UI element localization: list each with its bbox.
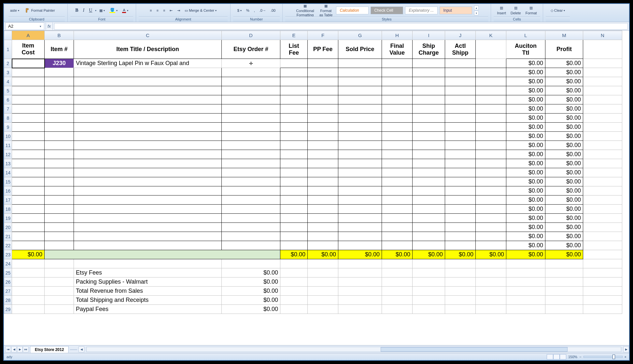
cell[interactable] <box>308 195 338 205</box>
cell[interactable] <box>222 86 280 95</box>
cell[interactable] <box>308 259 338 268</box>
cell[interactable] <box>445 241 476 250</box>
hscroll-right[interactable]: ▶ <box>623 346 629 352</box>
cell[interactable]: $0.00 <box>545 95 583 104</box>
summary-label[interactable]: Packing Supplies - Walmart <box>74 277 222 287</box>
cell[interactable]: $0.00 <box>545 141 583 150</box>
cell[interactable] <box>74 123 222 132</box>
cell[interactable] <box>413 186 445 195</box>
cell[interactable] <box>222 186 280 195</box>
cell[interactable] <box>45 195 74 205</box>
cell[interactable]: $0.00 <box>545 114 583 123</box>
align-right-button[interactable]: ≡ <box>162 7 167 13</box>
header-cell[interactable]: ItemCost <box>12 40 45 59</box>
cell[interactable] <box>222 95 280 104</box>
cell[interactable] <box>12 223 45 232</box>
cell-L2[interactable]: $0.00 <box>506 59 545 68</box>
cell[interactable]: $0.00 <box>506 86 545 95</box>
cell[interactable]: $0.00 <box>506 177 545 186</box>
zoom-slider[interactable] <box>584 356 623 358</box>
cell-I23[interactable]: $0.00 <box>413 250 445 259</box>
cell[interactable] <box>74 104 222 114</box>
fill-color-button[interactable]: 🪣▾ <box>108 7 119 14</box>
row-header[interactable]: 20 <box>4 223 12 232</box>
cell[interactable] <box>280 277 308 287</box>
cell[interactable] <box>74 186 222 195</box>
paste-button[interactable]: aste ▾ <box>8 7 21 13</box>
row-header[interactable]: 7 <box>4 104 12 114</box>
cell[interactable] <box>413 159 445 168</box>
cell[interactable] <box>45 223 74 232</box>
cell[interactable] <box>476 123 506 132</box>
cell[interactable] <box>74 95 222 104</box>
cell[interactable] <box>413 205 445 214</box>
cell[interactable] <box>382 114 413 123</box>
cell[interactable] <box>413 150 445 159</box>
cell[interactable] <box>445 114 476 123</box>
row-header[interactable]: 6 <box>4 95 12 104</box>
cell[interactable] <box>45 114 74 123</box>
row-header[interactable]: 3 <box>4 68 12 77</box>
tab-nav-prev[interactable]: ◀ <box>11 346 17 352</box>
cell[interactable] <box>222 259 280 268</box>
cell[interactable] <box>382 214 413 223</box>
cell[interactable]: $0.00 <box>506 141 545 150</box>
cell[interactable] <box>12 268 45 277</box>
cell[interactable] <box>583 250 622 259</box>
cell[interactable] <box>280 86 308 95</box>
summary-value[interactable]: $0.00 <box>222 287 280 296</box>
tab-nav-next[interactable]: ▶ <box>17 346 23 352</box>
cell[interactable] <box>338 205 382 214</box>
cell[interactable] <box>476 86 506 95</box>
cell[interactable] <box>413 259 445 268</box>
cell[interactable] <box>12 241 45 250</box>
cell[interactable] <box>445 68 476 77</box>
cell[interactable] <box>338 95 382 104</box>
cell[interactable] <box>583 59 622 68</box>
cell[interactable] <box>338 77 382 86</box>
cell[interactable] <box>476 168 506 177</box>
cell[interactable] <box>222 150 280 159</box>
cell[interactable] <box>12 86 45 95</box>
cell-BCD23[interactable] <box>45 250 280 259</box>
cell[interactable] <box>280 68 308 77</box>
cell[interactable] <box>280 305 308 314</box>
cell[interactable] <box>382 159 413 168</box>
cell[interactable] <box>445 141 476 150</box>
cell[interactable] <box>308 177 338 186</box>
summary-value[interactable]: $0.00 <box>222 277 280 287</box>
col-header-L[interactable]: L <box>506 31 545 40</box>
cell[interactable] <box>445 214 476 223</box>
cell[interactable] <box>280 59 308 68</box>
cell[interactable] <box>445 86 476 95</box>
zoom-thumb[interactable] <box>612 355 615 359</box>
header-cell[interactable]: Item # <box>45 40 74 59</box>
cell[interactable] <box>308 150 338 159</box>
cell[interactable] <box>476 296 506 305</box>
insert-cells-button[interactable]: ▥Insert <box>495 5 508 16</box>
cell[interactable]: $0.00 <box>545 177 583 186</box>
cell[interactable] <box>308 223 338 232</box>
cell-E23[interactable]: $0.00 <box>280 250 308 259</box>
cell[interactable] <box>382 305 413 314</box>
cell[interactable] <box>583 277 622 287</box>
view-page-layout[interactable] <box>553 354 560 359</box>
cell[interactable] <box>12 205 45 214</box>
cell[interactable] <box>338 141 382 150</box>
cell[interactable] <box>12 287 45 296</box>
cell[interactable] <box>280 287 308 296</box>
cell[interactable] <box>413 277 445 287</box>
summary-label[interactable]: Etsy Fees <box>74 268 222 277</box>
cell[interactable]: $0.00 <box>506 195 545 205</box>
summary-label[interactable]: Total Revenue from Sales <box>74 287 222 296</box>
cell-K23[interactable]: $0.00 <box>476 250 506 259</box>
cell[interactable] <box>74 232 222 241</box>
cell[interactable] <box>12 305 45 314</box>
cell[interactable] <box>74 114 222 123</box>
cell[interactable] <box>338 68 382 77</box>
cell[interactable] <box>12 195 45 205</box>
cell[interactable] <box>413 95 445 104</box>
merge-center-button[interactable]: ▭ Merge & Center ▾ <box>183 7 218 14</box>
cell[interactable] <box>338 241 382 250</box>
cell[interactable] <box>308 114 338 123</box>
